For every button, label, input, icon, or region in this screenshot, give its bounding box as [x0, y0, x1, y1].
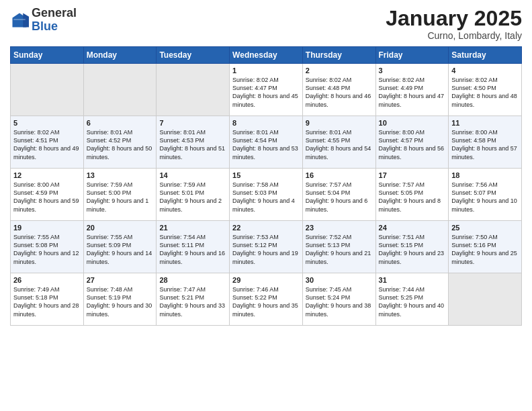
day-info: Sunrise: 7:57 AMSunset: 5:05 PMDaylight:…: [379, 181, 441, 212]
day-number: 13: [87, 171, 154, 179]
day-info: Sunrise: 8:02 AMSunset: 4:50 PMDaylight:…: [451, 77, 517, 107]
day-number: 10: [379, 119, 446, 127]
day-number: 19: [13, 224, 81, 232]
calendar-week-row: 1Sunrise: 8:02 AMSunset: 4:47 PMDaylight…: [11, 64, 522, 116]
day-info: Sunrise: 8:02 AMSunset: 4:48 PMDaylight:…: [306, 77, 371, 107]
calendar-cell: 1Sunrise: 8:02 AMSunset: 4:47 PMDaylight…: [230, 64, 303, 116]
calendar-cell: 12Sunrise: 8:00 AMSunset: 4:59 PMDayligh…: [11, 169, 84, 221]
day-number: 14: [159, 171, 226, 179]
day-number: 1: [232, 66, 300, 75]
day-number: 8: [232, 119, 300, 127]
day-info: Sunrise: 7:53 AMSunset: 5:12 PMDaylight:…: [232, 234, 298, 265]
calendar-cell: 10Sunrise: 8:00 AMSunset: 4:57 PMDayligh…: [375, 116, 449, 169]
logo-text: General Blue: [32, 7, 77, 34]
day-number: 12: [13, 171, 81, 179]
logo-blue: Blue: [32, 19, 58, 33]
logo: General Blue: [10, 7, 77, 34]
day-number: 18: [451, 171, 519, 179]
calendar-cell: [11, 64, 84, 116]
day-info: Sunrise: 7:56 AMSunset: 5:07 PMDaylight:…: [451, 181, 517, 212]
day-number: 3: [379, 66, 446, 75]
weekday-header: Wednesday: [230, 47, 303, 64]
day-number: 2: [306, 66, 373, 75]
calendar-cell: 26Sunrise: 7:49 AMSunset: 5:18 PMDayligh…: [11, 273, 84, 326]
day-number: 20: [87, 224, 154, 232]
page-container: General Blue January 2025 Curno, Lombard…: [0, 0, 532, 332]
weekday-header: Sunday: [11, 47, 84, 64]
calendar-cell: 2Sunrise: 8:02 AMSunset: 4:48 PMDaylight…: [302, 64, 375, 116]
weekday-header: Friday: [375, 47, 449, 64]
weekday-header-row: SundayMondayTuesdayWednesdayThursdayFrid…: [11, 47, 522, 64]
calendar-cell: 5Sunrise: 8:02 AMSunset: 4:51 PMDaylight…: [11, 116, 84, 169]
day-info: Sunrise: 8:00 AMSunset: 4:58 PMDaylight:…: [451, 129, 517, 160]
calendar-cell: [449, 273, 522, 326]
calendar-cell: 17Sunrise: 7:57 AMSunset: 5:05 PMDayligh…: [375, 169, 449, 221]
day-info: Sunrise: 8:00 AMSunset: 4:57 PMDaylight:…: [379, 129, 445, 160]
svg-rect-2: [13, 19, 26, 20]
calendar-cell: 19Sunrise: 7:55 AMSunset: 5:08 PMDayligh…: [11, 221, 84, 273]
calendar-cell: 22Sunrise: 7:53 AMSunset: 5:12 PMDayligh…: [230, 221, 303, 273]
calendar-week-row: 26Sunrise: 7:49 AMSunset: 5:18 PMDayligh…: [11, 273, 522, 326]
logo-icon: [10, 11, 29, 30]
day-info: Sunrise: 7:59 AMSunset: 5:00 PMDaylight:…: [87, 181, 149, 212]
weekday-header: Monday: [83, 47, 157, 64]
day-info: Sunrise: 7:58 AMSunset: 5:03 PMDaylight:…: [232, 181, 295, 212]
day-number: 25: [451, 224, 519, 232]
day-number: 24: [379, 224, 446, 232]
calendar-week-row: 5Sunrise: 8:02 AMSunset: 4:51 PMDaylight…: [11, 116, 522, 169]
day-info: Sunrise: 7:57 AMSunset: 5:04 PMDaylight:…: [306, 181, 368, 212]
day-number: 11: [451, 119, 519, 127]
day-info: Sunrise: 7:46 AMSunset: 5:22 PMDaylight:…: [232, 286, 298, 317]
calendar-cell: 18Sunrise: 7:56 AMSunset: 5:07 PMDayligh…: [449, 169, 522, 221]
calendar-cell: 4Sunrise: 8:02 AMSunset: 4:50 PMDaylight…: [449, 64, 522, 116]
day-info: Sunrise: 8:01 AMSunset: 4:52 PMDaylight:…: [87, 129, 152, 160]
day-info: Sunrise: 7:49 AMSunset: 5:18 PMDaylight:…: [13, 286, 79, 317]
calendar-cell: 13Sunrise: 7:59 AMSunset: 5:00 PMDayligh…: [83, 169, 157, 221]
day-info: Sunrise: 7:55 AMSunset: 5:08 PMDaylight:…: [13, 234, 79, 265]
header: General Blue January 2025 Curno, Lombard…: [10, 7, 522, 41]
day-number: 30: [306, 276, 373, 284]
day-number: 28: [159, 276, 226, 284]
day-info: Sunrise: 7:47 AMSunset: 5:21 PMDaylight:…: [159, 286, 225, 317]
calendar-cell: [157, 64, 230, 116]
day-info: Sunrise: 7:51 AMSunset: 5:15 PMDaylight:…: [379, 234, 445, 265]
title-block: January 2025 Curno, Lombardy, Italy: [386, 7, 522, 41]
calendar-table: SundayMondayTuesdayWednesdayThursdayFrid…: [10, 46, 522, 326]
calendar-cell: 25Sunrise: 7:50 AMSunset: 5:16 PMDayligh…: [449, 221, 522, 273]
calendar-cell: 3Sunrise: 8:02 AMSunset: 4:49 PMDaylight…: [375, 64, 449, 116]
day-info: Sunrise: 8:01 AMSunset: 4:55 PMDaylight:…: [306, 129, 371, 160]
calendar-cell: 15Sunrise: 7:58 AMSunset: 5:03 PMDayligh…: [230, 169, 303, 221]
calendar-cell: [83, 64, 157, 116]
calendar-week-row: 19Sunrise: 7:55 AMSunset: 5:08 PMDayligh…: [11, 221, 522, 273]
calendar-cell: 31Sunrise: 7:44 AMSunset: 5:25 PMDayligh…: [375, 273, 449, 326]
calendar-cell: 23Sunrise: 7:52 AMSunset: 5:13 PMDayligh…: [302, 221, 375, 273]
calendar-cell: 9Sunrise: 8:01 AMSunset: 4:55 PMDaylight…: [302, 116, 375, 169]
day-info: Sunrise: 8:01 AMSunset: 4:53 PMDaylight:…: [159, 129, 225, 160]
day-number: 17: [379, 171, 446, 179]
day-info: Sunrise: 8:02 AMSunset: 4:51 PMDaylight:…: [13, 129, 79, 160]
day-number: 6: [87, 119, 154, 127]
day-info: Sunrise: 7:52 AMSunset: 5:13 PMDaylight:…: [306, 234, 371, 265]
day-number: 21: [159, 224, 226, 232]
day-info: Sunrise: 7:44 AMSunset: 5:25 PMDaylight:…: [379, 286, 445, 317]
day-info: Sunrise: 7:59 AMSunset: 5:01 PMDaylight:…: [159, 181, 222, 212]
day-number: 7: [159, 119, 226, 127]
calendar-cell: 7Sunrise: 8:01 AMSunset: 4:53 PMDaylight…: [157, 116, 230, 169]
day-number: 26: [13, 276, 81, 284]
calendar-cell: 30Sunrise: 7:45 AMSunset: 5:24 PMDayligh…: [302, 273, 375, 326]
calendar-cell: 11Sunrise: 8:00 AMSunset: 4:58 PMDayligh…: [449, 116, 522, 169]
logo-general: General: [32, 6, 77, 19]
day-info: Sunrise: 7:45 AMSunset: 5:24 PMDaylight:…: [306, 286, 371, 317]
day-info: Sunrise: 7:50 AMSunset: 5:16 PMDaylight:…: [451, 234, 517, 265]
day-info: Sunrise: 8:02 AMSunset: 4:47 PMDaylight:…: [232, 77, 298, 107]
day-info: Sunrise: 8:02 AMSunset: 4:49 PMDaylight:…: [379, 77, 445, 107]
calendar-cell: 28Sunrise: 7:47 AMSunset: 5:21 PMDayligh…: [157, 273, 230, 326]
day-info: Sunrise: 7:55 AMSunset: 5:09 PMDaylight:…: [87, 234, 152, 265]
day-number: 15: [232, 171, 300, 179]
calendar-cell: 24Sunrise: 7:51 AMSunset: 5:15 PMDayligh…: [375, 221, 449, 273]
weekday-header: Tuesday: [157, 47, 230, 64]
day-number: 23: [306, 224, 373, 232]
calendar-week-row: 12Sunrise: 8:00 AMSunset: 4:59 PMDayligh…: [11, 169, 522, 221]
day-number: 22: [232, 224, 300, 232]
calendar-cell: 14Sunrise: 7:59 AMSunset: 5:01 PMDayligh…: [157, 169, 230, 221]
